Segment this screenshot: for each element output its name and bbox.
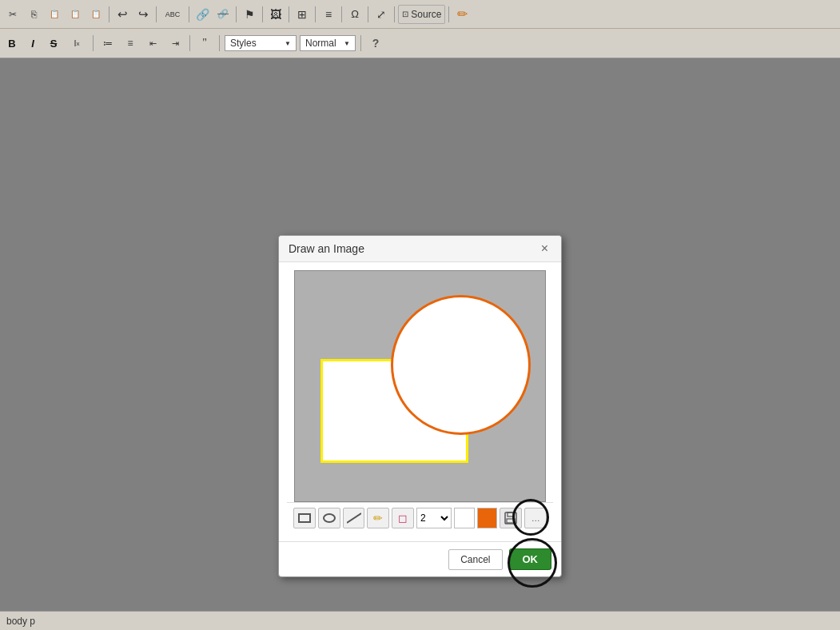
format-dropdown[interactable]: Normal ▼ — [300, 35, 356, 51]
separator3 — [189, 6, 189, 22]
dialog-close-button[interactable]: × — [538, 242, 551, 255]
dialog-body: ✏ ◻ 1 2 3 4 5 — [279, 262, 561, 541]
draw-image-dialog: Draw an Image × — [278, 235, 562, 577]
rectangle-icon — [298, 513, 311, 523]
save-icon — [504, 512, 517, 524]
subscript-button[interactable]: Ix — [66, 34, 88, 53]
table-button[interactable]: ⊞ — [293, 5, 312, 24]
separator2 — [156, 6, 157, 22]
separator7 — [315, 6, 316, 22]
oval-icon — [323, 513, 336, 523]
unlink-button[interactable]: 🔗 — [213, 5, 233, 24]
oval-tool-button[interactable] — [318, 508, 340, 528]
format-label: Normal — [305, 38, 336, 49]
strikethrough-button[interactable]: S — [45, 34, 62, 53]
styles-dropdown[interactable]: Styles ▼ — [225, 35, 297, 51]
separator13 — [189, 35, 190, 51]
format-dropdown-arrow: ▼ — [344, 40, 350, 47]
align-button[interactable]: ≡ — [319, 5, 338, 24]
separator10 — [394, 6, 395, 22]
separator1 — [109, 6, 109, 22]
source-label: Source — [411, 9, 441, 20]
save-drawing-button[interactable] — [500, 508, 522, 528]
svg-line-0 — [347, 513, 361, 523]
status-text: body p — [6, 616, 35, 627]
line-icon — [347, 512, 361, 524]
separator9 — [368, 6, 368, 22]
copy-button[interactable]: ⎘ — [24, 5, 43, 24]
dialog-footer: Cancel OK — [279, 541, 561, 576]
draw-button[interactable]: ✏ — [452, 5, 472, 24]
orange-circle — [391, 295, 531, 435]
separator8 — [341, 6, 342, 22]
modal-overlay: Draw an Image × — [0, 115, 840, 592]
separator12 — [93, 35, 94, 51]
stroke-size-select[interactable]: 1 2 3 4 5 — [416, 508, 452, 528]
styles-label: Styles — [230, 38, 257, 49]
maximize-button[interactable]: ⤢ — [372, 5, 391, 24]
italic-button[interactable]: I — [24, 34, 42, 53]
cancel-button[interactable]: Cancel — [448, 549, 502, 570]
special-char-button[interactable]: Ω — [345, 5, 364, 24]
ok-button[interactable]: OK — [509, 548, 552, 570]
source-button[interactable]: ⊡ Source — [398, 5, 445, 24]
pencil-tool-button[interactable]: ✏ — [367, 508, 389, 528]
help-button[interactable]: ? — [366, 34, 385, 53]
paste-button[interactable]: 📋 — [45, 5, 64, 24]
quote-button[interactable]: " — [195, 34, 214, 53]
indent-right-button[interactable]: ⇥ — [165, 34, 185, 53]
indent-left-button[interactable]: ⇤ — [143, 34, 162, 53]
drawing-toolbar: ✏ ◻ 1 2 3 4 5 — [287, 502, 553, 533]
stroke-color-swatch[interactable] — [477, 508, 498, 528]
extra-tool-button[interactable]: … — [524, 508, 547, 528]
paste-special-button[interactable]: 📋 — [66, 5, 85, 24]
unordered-list-button[interactable]: ≡ — [121, 34, 140, 53]
fill-color-swatch[interactable] — [454, 508, 475, 528]
separator14 — [219, 35, 220, 51]
toolbar-row2: B I S Ix ≔ ≡ ⇤ ⇥ " Styles ▼ Normal ▼ ? — [0, 29, 840, 58]
link-button[interactable]: 🔗 — [193, 5, 212, 24]
paste-word-button[interactable]: 📋 — [86, 5, 105, 24]
spellcheck-button[interactable]: ABC — [160, 5, 185, 24]
dialog-title: Draw an Image — [289, 242, 364, 255]
eraser-tool-button[interactable]: ◻ — [392, 508, 414, 528]
separator6 — [289, 6, 289, 22]
dialog-header: Draw an Image × — [279, 236, 561, 262]
separator15 — [360, 35, 361, 51]
bold-button[interactable]: B — [3, 34, 21, 53]
toolbar: ✂ ⎘ 📋 📋 📋 ↩ ↪ ABC 🔗 🔗 ⚑ 🖼 ⊞ ≡ Ω ⤢ ⊡ Sour… — [0, 0, 840, 58]
ordered-list-button[interactable]: ≔ — [98, 34, 117, 53]
content-area[interactable]: Draw an Image × — [0, 58, 840, 611]
separator5 — [262, 6, 263, 22]
image-button[interactable]: 🖼 — [266, 5, 285, 24]
drawing-canvas[interactable] — [294, 270, 546, 502]
toolbar-row1: ✂ ⎘ 📋 📋 📋 ↩ ↪ ABC 🔗 🔗 ⚑ 🖼 ⊞ ≡ Ω ⤢ ⊡ Sour… — [0, 0, 840, 29]
svg-rect-3 — [507, 519, 515, 523]
status-bar: body p — [0, 611, 840, 630]
cut-button[interactable]: ✂ — [3, 5, 22, 24]
rectangle-tool-button[interactable] — [293, 508, 316, 528]
flag-button[interactable]: ⚑ — [240, 5, 259, 24]
separator11 — [448, 6, 449, 22]
redo-button[interactable]: ↪ — [133, 5, 153, 24]
line-tool-button[interactable] — [343, 508, 365, 528]
styles-dropdown-arrow: ▼ — [285, 40, 291, 47]
undo-button[interactable]: ↩ — [113, 5, 132, 24]
separator4 — [236, 6, 237, 22]
